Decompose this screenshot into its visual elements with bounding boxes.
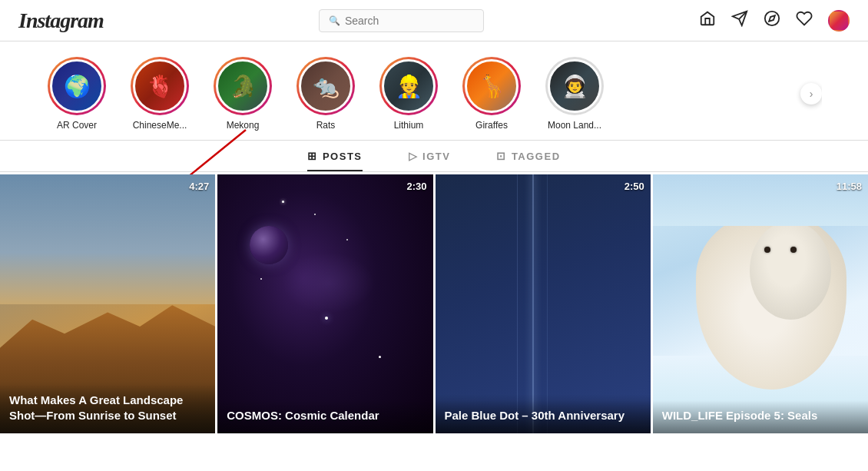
story-item-moon-land[interactable]: 👨‍🚀 Moon Land... (544, 57, 605, 131)
story-label-giraffes: Giraffes (475, 120, 508, 131)
story-label-ar-cover: AR Cover (57, 120, 97, 131)
search-icon: 🔍 (329, 15, 340, 26)
story-item-lithium[interactable]: 👷 Lithium (378, 57, 439, 131)
story-ring-moon-land: 👨‍🚀 (545, 57, 604, 115)
tab-igtv[interactable]: ▷ IGTV (409, 150, 451, 171)
svg-marker-2 (769, 15, 775, 22)
instagram-logo: Instagram (18, 8, 104, 33)
story-label-chineseme: ChineseMe... (133, 120, 187, 131)
tab-posts-label: POSTS (323, 151, 363, 162)
svg-point-1 (765, 11, 779, 25)
tabs-section: ⊞ POSTS ▷ IGTV ⊡ TAGGED (0, 141, 868, 172)
search-input[interactable] (345, 15, 474, 27)
next-chevron-icon[interactable]: › (800, 83, 822, 104)
story-avatar-chineseme: 🫀 (133, 59, 187, 113)
story-item-giraffes[interactable]: 🦒 Giraffes (461, 57, 522, 131)
story-item-ar-cover[interactable]: 🌍 AR Cover (46, 57, 108, 131)
post4-background (653, 174, 868, 433)
stories-row: 🌍 AR Cover 🫀 ChineseMe... 🐊 Mekong (46, 57, 822, 140)
post2-duration: 2:30 (406, 181, 426, 192)
user-avatar[interactable] (828, 10, 850, 32)
story-avatar-lithium: 👷 (382, 59, 436, 113)
post-card-cosmos[interactable]: 2:30 COSMOS: Cosmic Calendar (217, 174, 432, 433)
post1-sky (0, 174, 215, 304)
story-avatar-giraffes: 🦒 (465, 59, 518, 113)
story-item-rats[interactable]: 🐀 Rats (295, 57, 356, 131)
story-item-mekong[interactable]: 🐊 Mekong (212, 57, 273, 131)
tab-tagged[interactable]: ⊡ TAGGED (496, 150, 560, 171)
posts-icon: ⊞ (307, 150, 318, 162)
posts-grid: 4:27 What Makes A Great Landscape Shot—F… (0, 172, 868, 433)
tab-posts[interactable]: ⊞ POSTS (307, 150, 362, 171)
compass-icon[interactable] (764, 10, 780, 32)
post4-duration: 11:58 (837, 181, 862, 192)
nav-icons (699, 10, 850, 32)
post1-duration: 4:27 (189, 181, 209, 192)
post1-caption: What Makes A Great Landscape Shot—From S… (0, 385, 215, 433)
heart-icon[interactable] (796, 10, 813, 32)
post2-background (217, 174, 432, 433)
story-ring-chineseme: 🫀 (131, 57, 189, 115)
header: Instagram 🔍 (0, 0, 868, 41)
story-item-chineseme[interactable]: 🫀 ChineseMe... (129, 57, 190, 131)
home-icon[interactable] (699, 10, 716, 32)
igtv-icon: ▷ (409, 150, 419, 162)
post4-caption: WILD_LIFE Episode 5: Seals (653, 400, 868, 434)
story-ring-lithium: 👷 (379, 57, 438, 115)
post3-caption: Pale Blue Dot – 30th Anniversary (436, 400, 651, 434)
story-label-moon-land: Moon Land... (548, 120, 601, 131)
story-ring-ar-cover: 🌍 (48, 57, 106, 115)
stories-next-button[interactable]: › (800, 83, 822, 104)
post-card-seals[interactable]: 11:58 WILD_LIFE Episode 5: Seals (653, 174, 868, 433)
post-card-landscape[interactable]: 4:27 What Makes A Great Landscape Shot—F… (0, 174, 215, 433)
tab-igtv-label: IGTV (422, 151, 450, 162)
post-card-pale-blue-dot[interactable]: 2:50 Pale Blue Dot – 30th Anniversary (436, 174, 651, 433)
post3-background (436, 174, 651, 433)
story-ring-mekong: 🐊 (214, 57, 272, 115)
story-ring-rats: 🐀 (297, 57, 355, 115)
post3-duration: 2:50 (624, 181, 644, 192)
post2-caption: COSMOS: Cosmic Calendar (217, 400, 432, 434)
search-bar[interactable]: 🔍 (319, 9, 484, 32)
story-avatar-moon-land: 👨‍🚀 (548, 59, 601, 113)
story-label-lithium: Lithium (394, 120, 424, 131)
send-icon[interactable] (731, 10, 748, 32)
story-label-mekong: Mekong (227, 120, 260, 131)
tab-tagged-label: TAGGED (512, 151, 561, 162)
story-avatar-ar-cover: 🌍 (50, 59, 104, 113)
story-avatar-rats: 🐀 (299, 59, 353, 113)
story-avatar-mekong: 🐊 (216, 59, 270, 113)
tagged-icon: ⊡ (496, 150, 507, 162)
story-label-rats: Rats (316, 120, 336, 131)
story-ring-giraffes: 🦒 (462, 57, 521, 115)
stories-section: 🌍 AR Cover 🫀 ChineseMe... 🐊 Mekong (0, 41, 868, 141)
